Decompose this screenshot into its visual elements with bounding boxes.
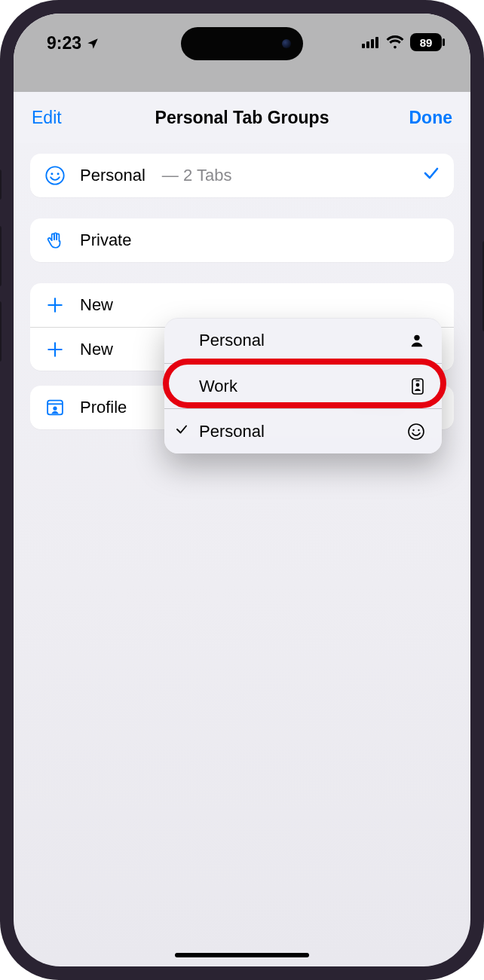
checkmark-icon: [175, 423, 188, 440]
edit-button[interactable]: Edit: [32, 108, 62, 128]
profile-icon: [44, 397, 66, 418]
status-bar: 9:23 89: [14, 14, 470, 92]
status-right: 89: [362, 33, 442, 51]
personal-group-meta: — 2 Tabs: [162, 166, 232, 185]
popover-item-work[interactable]: Work: [164, 363, 442, 408]
svg-point-20: [418, 429, 419, 430]
svg-rect-1: [366, 41, 369, 48]
personal-group-row[interactable]: Personal — 2 Tabs: [30, 154, 454, 197]
status-left: 9:23: [47, 33, 100, 53]
checkmark-icon: [422, 164, 440, 187]
battery-indicator: 89: [410, 33, 442, 51]
cellular-icon: [362, 36, 380, 48]
svg-point-18: [409, 424, 424, 439]
popover-item-label: Work: [199, 377, 237, 396]
smile-icon: [407, 423, 425, 441]
private-group-card: Private: [30, 218, 454, 262]
private-group-row[interactable]: Private: [30, 218, 454, 262]
location-icon: [86, 37, 100, 50]
status-time: 9:23: [47, 33, 81, 53]
svg-point-19: [412, 429, 414, 430]
content-area: Personal — 2 Tabs: [14, 143, 470, 429]
home-indicator[interactable]: [175, 953, 309, 957]
person-icon: [409, 332, 425, 349]
volume-up-button: [0, 226, 2, 286]
svg-point-5: [51, 172, 53, 175]
plus-icon: [44, 295, 66, 315]
hand-icon: [44, 230, 66, 250]
page-title: Personal Tab Groups: [155, 108, 329, 128]
popover-item-personal[interactable]: Personal: [164, 318, 442, 363]
smile-icon: [44, 165, 66, 186]
badge-icon: [410, 377, 425, 395]
personal-group-label: Personal: [80, 166, 146, 185]
profile-label: Profile: [80, 398, 127, 417]
popover-item-label: Personal: [199, 422, 265, 441]
new-label-2: New: [80, 340, 113, 359]
personal-group-card: Personal — 2 Tabs: [30, 154, 454, 197]
silent-switch: [0, 169, 2, 200]
svg-rect-3: [375, 37, 378, 48]
private-group-label: Private: [80, 230, 131, 250]
new-label-1: New: [80, 295, 113, 315]
profile-picker-popover: Personal Work: [164, 318, 442, 453]
svg-point-16: [416, 383, 420, 386]
plus-icon: [44, 340, 66, 359]
screen: 9:23 89 Edit Per: [14, 14, 470, 966]
nav-bar: Edit Personal Tab Groups Done: [14, 92, 470, 143]
volume-down-button: [0, 301, 2, 362]
svg-rect-0: [362, 44, 365, 48]
done-button[interactable]: Done: [409, 108, 453, 128]
dynamic-island: [181, 27, 303, 60]
device-frame: 9:23 89 Edit Per: [0, 0, 484, 980]
svg-point-13: [53, 407, 57, 411]
svg-point-14: [414, 335, 419, 340]
svg-point-4: [46, 166, 63, 184]
popover-item-personal-current[interactable]: Personal: [164, 408, 442, 453]
popover-item-label: Personal: [199, 331, 265, 350]
battery-percent: 89: [420, 36, 433, 49]
wifi-icon: [386, 35, 404, 49]
svg-rect-2: [371, 39, 374, 48]
svg-point-6: [57, 172, 60, 175]
